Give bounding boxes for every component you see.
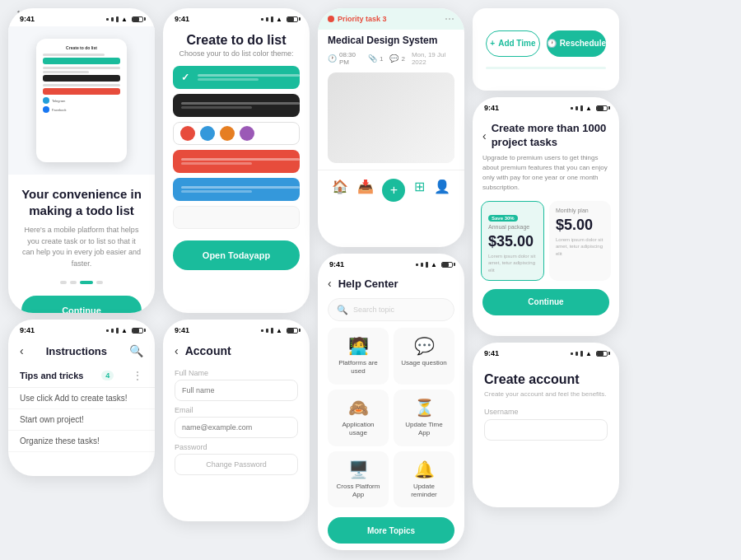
status-bar-2: 9:41 ▲ <box>8 320 155 338</box>
priority-bar: Priority task 3 ⋯ <box>318 8 464 30</box>
cross-platform-label: Cross Platform App <box>334 483 382 500</box>
color-orange-dot[interactable] <box>220 126 235 141</box>
color-red[interactable] <box>173 150 300 173</box>
continue-button[interactable]: Continue <box>21 296 142 313</box>
open-todayapp-button[interactable]: Open Todayapp <box>173 240 300 270</box>
add-time-button[interactable]: + Add Time <box>486 30 540 57</box>
mock-screen: Create to do list <box>36 39 127 162</box>
back-button[interactable]: ‹ <box>20 344 24 357</box>
full-name-input[interactable] <box>175 380 298 401</box>
help-cards-grid: 🧑‍💻 Platforms are used 💬 Usage question … <box>318 328 464 514</box>
premium-continue-button[interactable]: Continue <box>482 289 609 315</box>
wifi-icon: ▲ <box>121 16 128 23</box>
color-black[interactable] <box>173 94 300 117</box>
status-icons-2: ▲ <box>106 327 143 334</box>
wifi-5: ▲ <box>431 261 437 268</box>
more-topics-button[interactable]: More Topics <box>328 517 454 544</box>
help-search-bar[interactable]: 🔍 Search topic <box>328 298 454 321</box>
mock-subtitle-lines <box>43 54 120 56</box>
help-card-app-usage[interactable]: 🙈 Application usage <box>328 390 389 446</box>
signal-7-1 <box>571 352 573 355</box>
monthly-plan-card[interactable]: Monthly plan $5.00 Lorem ipsum dolor sit… <box>549 201 611 281</box>
signal-7-2 <box>576 352 578 356</box>
reschedule-button[interactable]: 🕐 Reschedule <box>547 30 606 57</box>
status-time-7: 9:41 <box>484 349 499 357</box>
onboarding-content: Your convenience in making a todo list H… <box>8 175 155 313</box>
help-card-usage[interactable]: 💬 Usage question <box>394 328 454 385</box>
comment-count: 2 <box>401 55 404 63</box>
premium-back-button[interactable]: ‹ <box>482 129 487 142</box>
signal-6-1 <box>571 107 573 110</box>
nav-grid-icon[interactable]: ⊞ <box>414 179 425 202</box>
color-red-dot[interactable] <box>180 126 195 141</box>
comment-icon: 💬 <box>389 54 398 63</box>
clock-icon-btn: 🕐 <box>547 39 557 48</box>
color-green[interactable] <box>173 66 300 89</box>
g-line-2 <box>198 78 259 81</box>
phone-help: 9:41 ▲ ‹ Help Center 🔍 Search topic <box>318 254 464 550</box>
status-icons-6: ▲ <box>571 105 608 112</box>
status-bar-5: 9:41 ▲ <box>318 254 464 272</box>
column-3: Priority task 3 ⋯ Medical Design System … <box>318 8 464 550</box>
help-card-update-time[interactable]: ⏳ Update Time App <box>394 390 454 446</box>
clock-icon: 🕐 <box>328 54 337 63</box>
change-password-button[interactable]: Change Password <box>175 454 298 475</box>
dot-4 <box>96 281 103 284</box>
signal-5-1 <box>416 264 418 266</box>
task-meta: 🕐 08:30 PM 📎 1 💬 2 Mon, 19 Jul 2022 <box>318 51 464 72</box>
usage-label: Usage question <box>400 359 448 367</box>
mock-social-telegram: Telegram <box>43 97 120 104</box>
status-bar-7: 9:41 ▲ <box>473 343 619 361</box>
more-options-button[interactable]: ⋮ <box>132 369 143 382</box>
nav-home-icon[interactable]: 🏠 <box>332 179 348 202</box>
create-account-title: Create account <box>484 372 608 387</box>
onboarding-title: Your convenience in making a todo list <box>21 186 142 218</box>
status-time: 9:41 <box>20 15 35 23</box>
phone-task: Priority task 3 ⋯ Medical Design System … <box>318 8 464 247</box>
battery-7 <box>596 351 608 357</box>
telegram-label: Telegram <box>52 99 65 103</box>
signal-2-3 <box>116 328 119 334</box>
signal-4-2 <box>266 329 268 333</box>
color-circles[interactable] <box>173 122 300 145</box>
help-card-cross-platform[interactable]: 🖥️ Cross Platform App <box>328 451 389 508</box>
username-input[interactable] <box>484 419 608 441</box>
help-card-platforms[interactable]: 🧑‍💻 Platforms are used <box>328 328 389 385</box>
annual-plan-card[interactable]: Save 30% Annual package $35.00 Lorem ips… <box>481 201 544 281</box>
search-button[interactable]: 🔍 <box>129 344 143 357</box>
priority-text: Priority task 3 <box>338 15 387 23</box>
signal-bar-3 <box>116 16 119 22</box>
mock-social-facebook: Facebook <box>43 106 120 113</box>
task-time: 🕐 08:30 PM <box>328 51 361 66</box>
account-back-button[interactable]: ‹ <box>175 344 179 357</box>
email-input[interactable] <box>175 417 298 438</box>
help-back-button[interactable]: ‹ <box>328 277 332 290</box>
add-task-fab[interactable]: + <box>382 179 405 202</box>
status-bar-3: 9:41 ▲ <box>163 8 310 26</box>
b-line-1 <box>181 102 300 105</box>
dot-2 <box>70 281 77 284</box>
color-blue[interactable] <box>173 178 300 201</box>
dot-1 <box>60 281 67 284</box>
task-time-value: 08:30 PM <box>339 51 361 66</box>
app-usage-label: Application usage <box>334 421 382 438</box>
task-more-button[interactable]: ⋯ <box>445 13 454 25</box>
hero-area: Create to do list <box>8 26 155 175</box>
signal-3-3 <box>271 16 273 22</box>
color-blue-dot[interactable] <box>200 126 215 141</box>
account-title: Account <box>185 344 231 357</box>
username-label: Username <box>484 408 608 416</box>
premium-header: ‹ Create more than 1000 project tasks <box>473 115 619 153</box>
help-card-update-reminder[interactable]: 🔔 Update reminder <box>394 451 454 508</box>
nav-inbox-icon[interactable]: 📥 <box>357 179 374 202</box>
status-time-3: 9:41 <box>175 15 189 23</box>
plus-icon: + <box>490 39 495 48</box>
tips-row: Tips and tricks 4 ⋮ <box>8 364 155 388</box>
color-purple-dot[interactable] <box>240 126 254 141</box>
attachment-count: 1 <box>380 55 383 63</box>
nav-profile-icon[interactable]: 👤 <box>434 179 450 202</box>
signal-3-1 <box>261 18 263 21</box>
instructions-header: ‹ Instructions 🔍 <box>8 338 155 364</box>
update-reminder-label: Update reminder <box>400 483 448 500</box>
dot-3-active <box>80 281 93 284</box>
